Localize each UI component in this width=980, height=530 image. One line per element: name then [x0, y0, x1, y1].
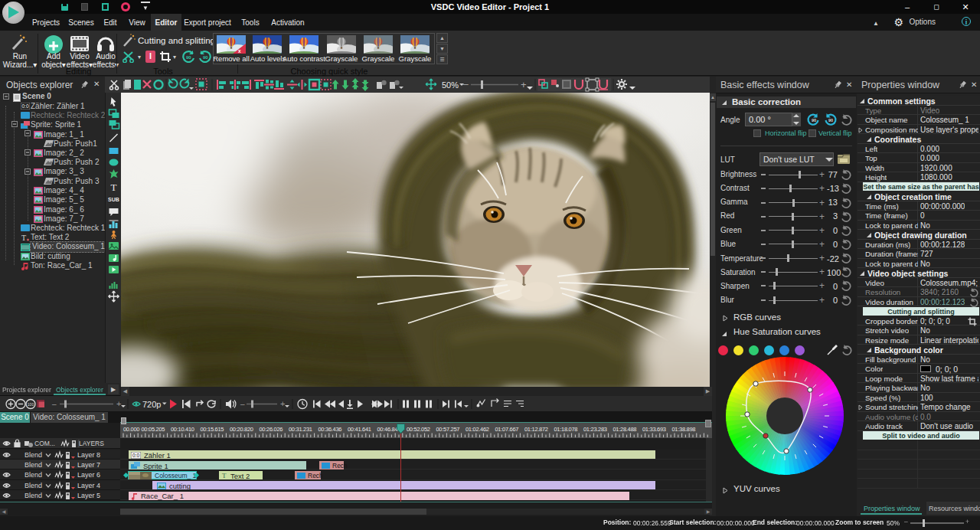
svg-text:Blend: Blend [24, 461, 42, 469]
svg-text:01:28.488: 01:28.488 [613, 426, 637, 433]
svg-text:T: T [21, 234, 26, 241]
svg-text:SUB: SUB [108, 197, 119, 202]
svg-text:Layer 8: Layer 8 [77, 451, 100, 459]
svg-text:00.000: 00.000 [123, 426, 139, 433]
svg-text:01:18.078: 01:18.078 [554, 426, 578, 433]
svg-text:00:15.615: 00:15.615 [201, 426, 224, 433]
svg-text:Blend: Blend [24, 482, 42, 489]
svg-text:01:12.872: 01:12.872 [524, 426, 548, 433]
svg-text:T: T [222, 472, 227, 479]
svg-text:+: + [280, 399, 285, 408]
svg-text:Layer 6: Layer 6 [77, 471, 100, 479]
svg-text:90: 90 [186, 55, 191, 60]
svg-text:00:26.026: 00:26.026 [260, 426, 283, 433]
svg-text:90: 90 [812, 118, 816, 123]
svg-text:0:0: 0:0 [132, 453, 139, 458]
svg-text:00:10.410: 00:10.410 [171, 426, 194, 433]
svg-text:00:52.052: 00:52.052 [407, 426, 430, 433]
svg-text:01:38.898: 01:38.898 [672, 426, 696, 433]
svg-text:Layer 7: Layer 7 [77, 461, 100, 469]
svg-text:00:20.820: 00:20.820 [230, 426, 253, 433]
svg-text:01:07.667: 01:07.667 [495, 426, 519, 433]
svg-text:Layer 5: Layer 5 [77, 492, 100, 499]
svg-text:00:31.231: 00:31.231 [289, 426, 312, 433]
svg-text:00:05.205: 00:05.205 [142, 426, 165, 433]
svg-text:Blend: Blend [24, 471, 42, 479]
svg-text:–: – [463, 79, 469, 90]
svg-text:COM...: COM... [34, 440, 55, 447]
svg-text:LAYERS: LAYERS [79, 440, 104, 447]
svg-text:01:02.462: 01:02.462 [466, 426, 489, 433]
svg-text:T: T [111, 182, 117, 193]
svg-text:90: 90 [828, 118, 833, 123]
svg-text:720p: 720p [142, 400, 161, 409]
svg-text:Blend: Blend [24, 492, 42, 499]
svg-text:0:0: 0:0 [21, 103, 28, 109]
svg-text:–: – [240, 400, 245, 408]
svg-text:+: + [521, 79, 527, 90]
svg-text:Layer 4: Layer 4 [77, 482, 100, 489]
svg-text:Blend: Blend [24, 451, 42, 459]
svg-text:01:23.283: 01:23.283 [583, 426, 607, 433]
svg-text:00:57.257: 00:57.257 [436, 426, 460, 433]
svg-text:00:46.846: 00:46.846 [377, 426, 401, 433]
svg-text:50%: 50% [442, 80, 459, 90]
svg-text:00:41.641: 00:41.641 [348, 426, 371, 433]
svg-text:00:36.436: 00:36.436 [318, 426, 342, 433]
svg-text:x: x [238, 48, 241, 54]
svg-text:100: 100 [28, 402, 34, 407]
svg-text:01:33.693: 01:33.693 [642, 426, 666, 433]
svg-text:–: – [52, 400, 57, 408]
svg-text:+: + [116, 399, 121, 408]
